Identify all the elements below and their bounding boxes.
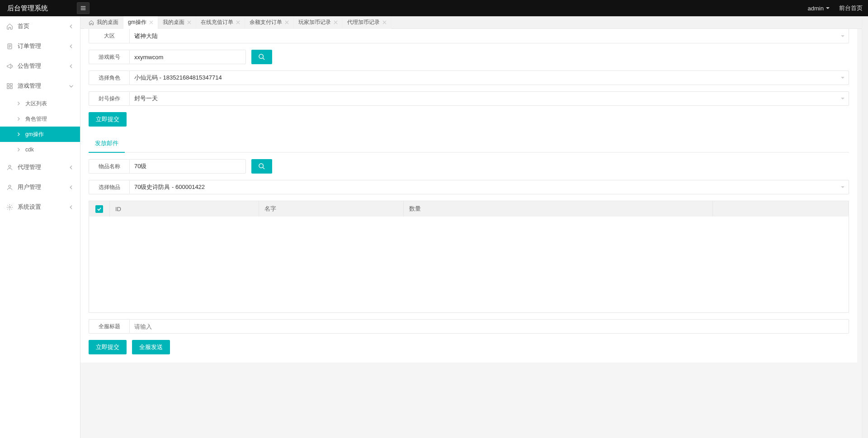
tab-player-coins[interactable]: 玩家加币记录: [294, 16, 343, 29]
role-value: 小仙元码 - 183521684815347714: [134, 74, 222, 82]
svg-rect-2: [10, 83, 12, 85]
chevron-left-icon: [69, 24, 74, 29]
svg-rect-1: [7, 83, 9, 85]
user-menu[interactable]: admin: [808, 5, 830, 12]
chevron-right-icon: [16, 117, 21, 121]
close-icon[interactable]: [285, 20, 289, 24]
check-icon: [97, 207, 102, 212]
submit-ban-button[interactable]: 立即提交: [89, 112, 127, 127]
th-name: 名字: [259, 201, 404, 217]
front-site-link[interactable]: 前台首页: [839, 4, 863, 12]
inner-tabs: 发放邮件: [89, 135, 849, 153]
account-input[interactable]: [134, 54, 241, 61]
sidebar: 首页 订单管理 公告管理 游戏管理: [0, 16, 80, 438]
gm-form: 大区 诸神大陆 游戏账号: [80, 29, 857, 363]
global-title-input[interactable]: [134, 323, 844, 330]
right-scrollbar-rail[interactable]: [862, 16, 868, 438]
chevron-left-icon: [69, 205, 74, 210]
chevron-down-icon: [840, 96, 845, 101]
close-icon[interactable]: [149, 20, 153, 24]
content-scroll[interactable]: 大区 诸神大陆 游戏账号: [80, 29, 862, 438]
close-icon[interactable]: [334, 20, 338, 24]
tab-desktop-2[interactable]: 我的桌面: [158, 16, 196, 29]
document-icon: [6, 43, 13, 50]
item-name-input[interactable]: [134, 163, 241, 170]
search-icon: [258, 53, 265, 61]
region-select[interactable]: 诸神大陆: [129, 29, 849, 43]
chevron-right-icon: [16, 147, 21, 152]
tab-agent-coins[interactable]: 代理加币记录: [343, 16, 392, 29]
user-icon: [6, 184, 13, 191]
search-icon: [258, 163, 265, 170]
region-value: 诸神大陆: [134, 32, 158, 40]
close-icon[interactable]: [382, 20, 387, 24]
ban-select[interactable]: 封号一天: [129, 91, 849, 106]
submenu-cdk[interactable]: cdk: [0, 142, 80, 157]
ban-label: 封号操作: [89, 91, 129, 106]
chevron-down-icon: [840, 75, 845, 80]
item-name-label: 物品名称: [89, 159, 129, 174]
submit-mail-button[interactable]: 立即提交: [89, 340, 127, 354]
submenu-gm-ops[interactable]: gm操作: [0, 127, 80, 142]
table-header: ID 名字 数量: [89, 201, 849, 217]
menu-game[interactable]: 游戏管理: [0, 76, 80, 96]
th-actions: [713, 201, 849, 217]
menu-announcements[interactable]: 公告管理: [0, 56, 80, 76]
chevron-down-icon: [840, 34, 845, 38]
tab-strip: 我的桌面 gm操作 我的桌面 在线充值订单 余额支付订单 玩家加币记录: [80, 16, 862, 29]
tab-recharge-orders[interactable]: 在线充值订单: [196, 16, 245, 29]
menu-orders[interactable]: 订单管理: [0, 36, 80, 56]
submenu-region-list[interactable]: 大区列表: [0, 96, 80, 111]
chevron-left-icon: [69, 185, 74, 190]
svg-point-5: [9, 165, 11, 167]
menu-settings[interactable]: 系统设置: [0, 197, 80, 217]
chevron-left-icon: [69, 64, 74, 69]
global-title-label: 全服标题: [89, 319, 129, 334]
menu-user[interactable]: 用户管理: [0, 177, 80, 197]
global-send-button[interactable]: 全服发送: [132, 340, 170, 354]
svg-rect-3: [7, 86, 9, 88]
search-account-button[interactable]: [251, 50, 272, 64]
global-title-input-wrap: [129, 319, 849, 334]
region-label: 大区: [89, 29, 129, 43]
search-item-button[interactable]: [251, 159, 272, 174]
th-qty: 数量: [404, 201, 713, 217]
chevron-down-icon: [69, 84, 74, 89]
user-icon: [6, 164, 13, 171]
account-label: 游戏账号: [89, 50, 129, 64]
svg-point-7: [9, 206, 11, 208]
item-select[interactable]: 70级史诗防具 - 600001422: [129, 180, 849, 194]
role-label: 选择角色: [89, 71, 129, 85]
close-icon[interactable]: [236, 20, 240, 24]
app-title: 后台管理系统: [5, 4, 48, 13]
submenu-role-manage[interactable]: 角色管理: [0, 111, 80, 127]
tab-gm-ops[interactable]: gm操作: [123, 16, 158, 29]
item-select-value: 70级史诗防具 - 600001422: [134, 183, 205, 191]
chevron-right-icon: [16, 132, 21, 137]
menu-icon: [80, 5, 86, 11]
tab-balance-orders[interactable]: 余额支付订单: [245, 16, 294, 29]
close-icon[interactable]: [187, 20, 191, 24]
table-body-empty: [89, 217, 849, 312]
menu-agent[interactable]: 代理管理: [0, 157, 80, 177]
username: admin: [808, 5, 824, 12]
toggle-sidebar-button[interactable]: [77, 2, 90, 14]
svg-point-6: [9, 185, 11, 187]
gear-icon: [6, 204, 13, 211]
menu-home[interactable]: 首页: [0, 16, 80, 36]
home-icon: [6, 23, 13, 30]
th-id: ID: [110, 201, 259, 217]
svg-rect-4: [10, 86, 12, 88]
home-icon: [89, 20, 94, 25]
dropdown-icon: [826, 6, 830, 10]
top-header: 后台管理系统 admin 前台首页: [0, 0, 868, 16]
chevron-left-icon: [69, 44, 74, 49]
select-all-checkbox[interactable]: [95, 205, 103, 213]
role-select[interactable]: 小仙元码 - 183521684815347714: [129, 71, 849, 85]
tab-send-mail[interactable]: 发放邮件: [89, 135, 125, 153]
chevron-left-icon: [69, 165, 74, 170]
chevron-down-icon: [840, 185, 845, 189]
tab-desktop-home[interactable]: 我的桌面: [84, 16, 123, 29]
items-table: ID 名字 数量: [89, 201, 849, 313]
item-name-input-wrap: [129, 159, 246, 174]
